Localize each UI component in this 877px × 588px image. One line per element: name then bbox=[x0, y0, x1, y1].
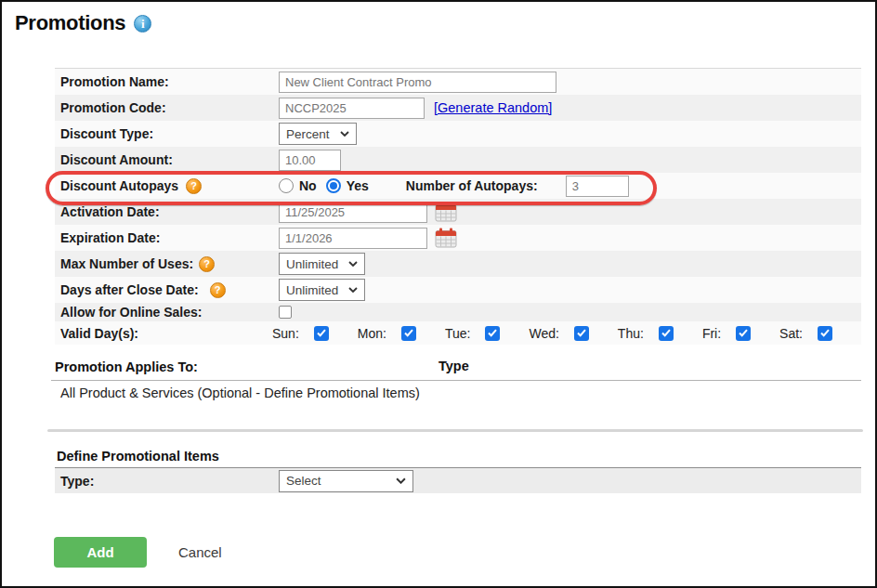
discount-autopays-label-text: Discount Autopays bbox=[60, 178, 178, 193]
online-sales-label: Allow for Online Sales: bbox=[55, 305, 279, 320]
row-expiration-date: Expiration Date: bbox=[55, 225, 861, 251]
max-uses-select[interactable]: Unlimited bbox=[279, 253, 365, 275]
activation-date-label: Activation Date: bbox=[55, 204, 279, 219]
valid-day-mon-checkbox[interactable] bbox=[401, 326, 416, 341]
max-uses-label: Max Number of Uses: ? bbox=[55, 256, 279, 272]
activation-date-input[interactable] bbox=[279, 202, 427, 223]
days-after-close-select[interactable]: Unlimited bbox=[279, 279, 365, 301]
valid-day-sat-label: Sat: bbox=[779, 326, 803, 341]
promotion-form: Promotion Name: Promotion Code: [Generat… bbox=[55, 68, 861, 345]
days-after-close-selected: Unlimited bbox=[286, 283, 338, 297]
valid-day-fri: Fri: bbox=[702, 326, 751, 341]
calendar-icon[interactable] bbox=[435, 202, 457, 222]
valid-day-tue-checkbox[interactable] bbox=[485, 326, 500, 341]
promotion-applies-section: Promotion Applies To: Type All Product &… bbox=[51, 359, 861, 402]
define-type-label: Type: bbox=[55, 474, 279, 489]
valid-day-sat: Sat: bbox=[779, 326, 832, 341]
discount-type-select[interactable]: Percent bbox=[279, 123, 357, 145]
row-online-sales: Allow for Online Sales: bbox=[55, 303, 861, 321]
autopays-yes-label: Yes bbox=[347, 178, 369, 193]
autopays-no-radio[interactable] bbox=[279, 178, 294, 193]
valid-day-wed-checkbox[interactable] bbox=[574, 326, 589, 341]
row-discount-amount: Discount Amount: bbox=[55, 147, 861, 173]
cancel-button[interactable]: Cancel bbox=[178, 544, 222, 560]
row-days-after-close: Days after Close Date: ? Unlimited bbox=[55, 277, 861, 303]
chevron-down-icon bbox=[348, 261, 358, 267]
row-discount-type: Discount Type: Percent bbox=[55, 121, 861, 147]
discount-type-label: Discount Type: bbox=[55, 126, 279, 141]
chevron-down-icon bbox=[396, 477, 406, 484]
chevron-down-icon bbox=[348, 287, 358, 293]
calendar-icon[interactable] bbox=[435, 228, 457, 248]
valid-day-sat-checkbox[interactable] bbox=[818, 326, 832, 341]
valid-day-thu: Thu: bbox=[618, 326, 674, 341]
define-type-select[interactable]: Select bbox=[279, 470, 413, 492]
valid-days-label: Valid Day(s): bbox=[55, 326, 272, 341]
valid-day-mon-label: Mon: bbox=[358, 326, 386, 341]
question-icon[interactable]: ? bbox=[210, 282, 226, 298]
valid-day-sun-label: Sun: bbox=[272, 326, 299, 341]
valid-day-tue-label: Tue: bbox=[445, 326, 471, 341]
discount-autopays-label: Discount Autopays ? bbox=[55, 178, 279, 194]
row-promotion-code: Promotion Code: [Generate Random] bbox=[55, 95, 861, 121]
autopays-no-label: No bbox=[299, 178, 317, 193]
page-title: Promotions bbox=[15, 11, 125, 35]
promotion-name-label: Promotion Name: bbox=[55, 74, 279, 89]
define-type-selected: Select bbox=[286, 474, 321, 488]
valid-day-wed: Wed: bbox=[529, 326, 588, 341]
days-after-close-label: Days after Close Date: ? bbox=[55, 282, 279, 298]
define-promotional-items-section: Define Promotional Items Type: Select bbox=[55, 449, 861, 493]
row-define-type: Type: Select bbox=[55, 468, 861, 493]
generate-random-link[interactable]: [Generate Random] bbox=[434, 100, 552, 115]
page-header: Promotions i bbox=[15, 11, 151, 35]
info-icon[interactable]: i bbox=[134, 15, 151, 33]
applies-to-value: All Product & Services (Optional - Defin… bbox=[51, 385, 423, 402]
form-actions: Add Cancel bbox=[54, 537, 222, 568]
applies-type-header: Type bbox=[438, 359, 469, 373]
row-promotion-name: Promotion Name: bbox=[55, 69, 861, 95]
valid-day-fri-checkbox[interactable] bbox=[736, 326, 751, 341]
promotion-name-input[interactable] bbox=[279, 72, 556, 93]
max-uses-selected: Unlimited bbox=[286, 257, 338, 271]
valid-day-fri-label: Fri: bbox=[702, 326, 721, 341]
chevron-down-icon bbox=[340, 131, 349, 137]
section-divider bbox=[47, 429, 863, 432]
valid-day-sun: Sun: bbox=[272, 326, 329, 341]
applies-header-row: Promotion Applies To: Type bbox=[51, 359, 861, 381]
valid-day-sun-checkbox[interactable] bbox=[314, 326, 329, 341]
days-after-close-label-text: Days after Close Date: bbox=[60, 282, 199, 297]
row-activation-date: Activation Date: bbox=[55, 199, 861, 225]
applies-to-header: Promotion Applies To: bbox=[51, 359, 198, 374]
promotion-code-label: Promotion Code: bbox=[55, 100, 279, 115]
define-items-header: Define Promotional Items bbox=[55, 449, 861, 468]
promotion-code-input[interactable] bbox=[279, 98, 425, 119]
valid-day-mon: Mon: bbox=[358, 326, 416, 341]
expiration-date-input[interactable] bbox=[279, 228, 427, 249]
discount-amount-label: Discount Amount: bbox=[55, 152, 279, 167]
valid-day-wed-label: Wed: bbox=[529, 326, 558, 341]
discount-type-selected: Percent bbox=[286, 127, 330, 141]
number-of-autopays-input[interactable] bbox=[566, 176, 629, 197]
question-icon[interactable]: ? bbox=[186, 178, 202, 194]
number-of-autopays-label: Number of Autopays: bbox=[406, 178, 538, 193]
valid-day-thu-label: Thu: bbox=[618, 326, 644, 341]
expiration-date-label: Expiration Date: bbox=[55, 230, 279, 245]
promotions-page: Promotions i Promotion Name: Promotion C… bbox=[0, 0, 877, 588]
row-max-uses: Max Number of Uses: ? Unlimited bbox=[55, 251, 861, 277]
valid-day-thu-checkbox[interactable] bbox=[659, 326, 674, 341]
question-icon[interactable]: ? bbox=[199, 256, 215, 272]
autopays-yes-radio[interactable] bbox=[326, 178, 341, 193]
row-discount-autopays: Discount Autopays ? No Yes Number of Aut… bbox=[55, 173, 861, 199]
add-button[interactable]: Add bbox=[54, 537, 147, 568]
max-uses-label-text: Max Number of Uses: bbox=[60, 256, 193, 271]
discount-amount-input[interactable] bbox=[279, 150, 341, 171]
valid-day-tue: Tue: bbox=[445, 326, 501, 341]
online-sales-checkbox[interactable] bbox=[279, 306, 292, 319]
row-valid-days: Valid Day(s): Sun: Mon: Tue: Wed: Thu: bbox=[55, 321, 861, 345]
